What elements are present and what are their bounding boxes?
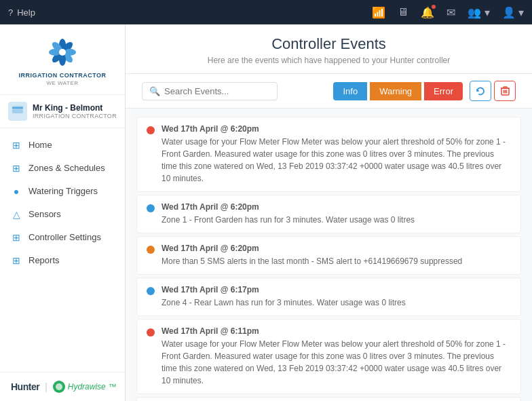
sidebar-footer: Hunter | Hydrawise™ [0, 372, 125, 401]
user-icon[interactable]: 👤 ▾ [502, 6, 524, 19]
controller-icon[interactable]: 🖥 [398, 6, 408, 18]
top-nav-icons: 📶 🖥 🔔 ✉ 👥 ▾ 👤 ▾ [372, 6, 524, 19]
sidebar-item-watering[interactable]: ● Watering Triggers [0, 180, 125, 203]
sidebar: IRRIGATION CONTRACTOR WE WATER Mr King -… [0, 24, 126, 401]
home-icon: ⊞ [11, 140, 22, 151]
search-input[interactable] [164, 86, 270, 96]
event-text: Zone 1 - Front Garden has run for 3 minu… [162, 214, 511, 226]
event-type-dot [147, 328, 155, 337]
sidebar-item-home-label: Home [28, 140, 52, 150]
event-type-dot [147, 126, 155, 134]
event-text: More than 5 SMS alerts in the last month… [162, 255, 511, 267]
page-subtitle: Here are the events which have happened … [142, 56, 516, 65]
event-text: Zone 4 - Rear Lawn has run for 3 minutes… [162, 297, 511, 309]
page-title: Controller Events [142, 35, 516, 53]
hydrawise-logo: Hydrawise™ [53, 381, 117, 393]
users-icon[interactable]: 👥 ▾ [468, 6, 489, 19]
events-list: Wed 17th April @ 6:20pm Water usage for … [126, 109, 532, 401]
event-type-dot [147, 287, 155, 295]
list-item: Wed 17th April @ 6:20pm Zone 1 - Front G… [136, 195, 521, 233]
sidebar-item-watering-label: Watering Triggers [28, 186, 98, 196]
search-icon: 🔍 [149, 86, 160, 96]
event-content: Wed 17th April @ 6:20pm Zone 1 - Front G… [162, 202, 511, 226]
avatar [8, 102, 27, 121]
controller-settings-icon: ⊞ [11, 232, 22, 243]
event-content: Wed 17th April @ 6:17pm Zone 4 - Rear La… [162, 285, 511, 309]
event-time: Wed 17th April @ 6:20pm [162, 202, 511, 212]
refresh-button[interactable] [470, 81, 491, 101]
event-content: Wed 17th April @ 6:20pm Water usage for … [162, 124, 511, 185]
notifications-icon[interactable]: 🔔 [421, 6, 434, 19]
filter-info-button[interactable]: Info [333, 82, 367, 100]
search-box[interactable]: 🔍 [142, 82, 278, 100]
sidebar-item-zones-label: Zones & Schedules [28, 163, 105, 173]
hunter-logo: Hunter [11, 381, 39, 392]
sidebar-item-home[interactable]: ⊞ Home [0, 134, 125, 157]
sidebar-item-sensors-label: Sensors [28, 209, 61, 219]
help-section[interactable]: ? Help [8, 7, 35, 18]
sidebar-item-reports[interactable]: ⊞ Reports [0, 249, 125, 272]
svg-rect-9 [12, 106, 23, 113]
reports-icon: ⊞ [11, 255, 22, 266]
event-type-dot [147, 246, 155, 254]
help-label: Help [17, 7, 35, 18]
page-header: Controller Events Here are the events wh… [126, 24, 532, 74]
list-item: Wed 17th April @ 6:11pm Water usage for … [136, 319, 521, 394]
delete-button[interactable] [494, 81, 516, 101]
main-content: Controller Events Here are the events wh… [126, 24, 532, 401]
sidebar-item-controller[interactable]: ⊞ Controller Settings [0, 226, 125, 249]
event-time: Wed 17th April @ 6:11pm [162, 326, 511, 336]
watering-icon: ● [11, 186, 22, 197]
sidebar-item-controller-label: Controller Settings [28, 232, 101, 242]
hydrawise-label: Hydrawise [68, 382, 106, 392]
event-time: Wed 17th April @ 6:17pm [162, 285, 511, 294]
filter-error-button[interactable]: Error [424, 82, 463, 100]
brand-logo-image [45, 35, 79, 69]
sidebar-navigation: ⊞ Home ⊞ Zones & Schedules ● Watering Tr… [0, 128, 125, 372]
brand-tagline: WE WATER [46, 80, 78, 86]
sidebar-item-zones[interactable]: ⊞ Zones & Schedules [0, 157, 125, 180]
user-name: Mr King - Belmont [33, 103, 117, 113]
filter-warning-button[interactable]: Warning [370, 82, 421, 100]
sidebar-logo: IRRIGATION CONTRACTOR WE WATER [0, 24, 125, 95]
zones-icon: ⊞ [11, 163, 22, 174]
sensors-icon: △ [11, 209, 22, 220]
list-item: Wed 17th April @ 6:20pm More than 5 SMS … [136, 236, 521, 275]
hydrawise-icon [53, 381, 65, 393]
event-time: Wed 17th April @ 6:20pm [162, 124, 511, 134]
list-item: Wed 17th April @ 6:20pm Water usage for … [136, 117, 521, 192]
user-section: Mr King - Belmont IRRIGATION CONTRACTOR [0, 95, 125, 128]
top-navigation: ? Help 📶 🖥 🔔 ✉ 👥 ▾ 👤 ▾ [0, 0, 532, 24]
event-time: Wed 17th April @ 6:20pm [162, 244, 511, 253]
list-item: Wed 17th April @ 6:11pm More than 5 SMS … [136, 397, 521, 401]
svg-point-8 [59, 49, 66, 56]
event-text: Water usage for your Flow Meter Flow Met… [162, 136, 511, 185]
event-text: Water usage for your Flow Meter Flow Met… [162, 338, 511, 387]
wifi-icon[interactable]: 📶 [372, 6, 385, 19]
user-role: IRRIGATION CONTRACTOR [33, 113, 117, 119]
sidebar-item-sensors[interactable]: △ Sensors [0, 203, 125, 226]
list-item: Wed 17th April @ 6:17pm Zone 4 - Rear La… [136, 278, 521, 316]
sidebar-item-reports-label: Reports [28, 255, 60, 265]
filter-buttons: Info Warning Error [333, 81, 516, 101]
toolbar: 🔍 Info Warning Error [126, 74, 532, 109]
brand-name: IRRIGATION CONTRACTOR [18, 72, 106, 80]
event-type-dot [147, 204, 155, 212]
email-icon[interactable]: ✉ [446, 6, 455, 19]
question-icon: ? [8, 7, 13, 18]
event-content: Wed 17th April @ 6:11pm Water usage for … [162, 326, 511, 387]
event-content: Wed 17th April @ 6:20pm More than 5 SMS … [162, 244, 511, 267]
